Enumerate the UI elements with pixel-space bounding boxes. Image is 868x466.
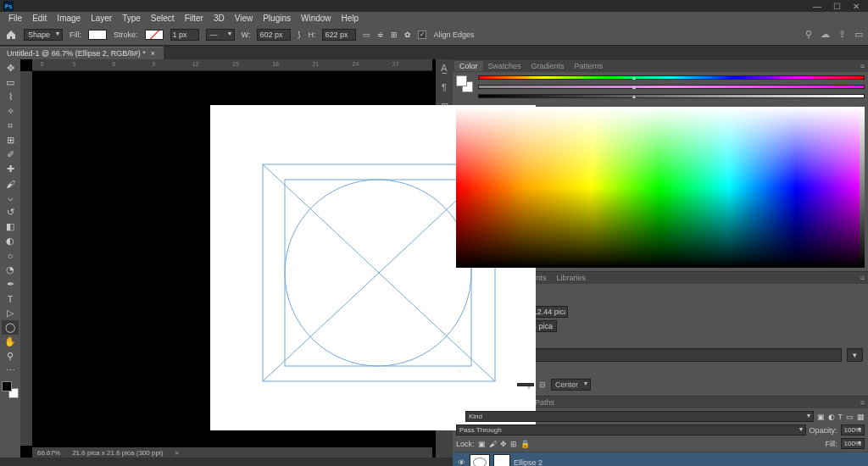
tab-libraries[interactable]: Libraries bbox=[552, 273, 592, 283]
tool-mode-dropdown[interactable]: Shape bbox=[24, 29, 63, 41]
status-zoom[interactable]: 66.67% bbox=[37, 449, 60, 457]
tool-brush[interactable]: 🖌 bbox=[2, 176, 19, 191]
tool-dodge[interactable]: ◔ bbox=[2, 263, 19, 277]
tab-swatches[interactable]: Swatches bbox=[483, 61, 526, 71]
stroke-align-dropdown[interactable]: Center bbox=[551, 379, 591, 391]
filter-pixel-icon[interactable]: ▣ bbox=[817, 413, 825, 421]
canvas[interactable] bbox=[32, 71, 436, 447]
menu-filter[interactable]: Filter bbox=[180, 13, 209, 24]
tool-eraser[interactable]: ◧ bbox=[2, 219, 19, 234]
align-icon[interactable]: ≑ bbox=[377, 31, 384, 39]
menu-help[interactable]: Help bbox=[337, 13, 364, 24]
maximize-button[interactable]: ☐ bbox=[833, 2, 841, 11]
menu-type[interactable]: Type bbox=[117, 13, 146, 24]
opacity-input[interactable]: 100% bbox=[841, 424, 865, 435]
lock-artboard-icon[interactable]: ⊞ bbox=[510, 440, 517, 448]
tool-frame[interactable]: ⊞ bbox=[2, 133, 19, 147]
tool-eyedropper[interactable]: ✐ bbox=[2, 147, 19, 162]
menu-3d[interactable]: 3D bbox=[209, 13, 230, 24]
hue-slider-1[interactable] bbox=[478, 75, 865, 80]
filter-smart-icon[interactable]: ▦ bbox=[857, 413, 865, 421]
stroke-width-input[interactable] bbox=[170, 29, 199, 41]
layer-filter-dropdown[interactable]: Kind bbox=[465, 411, 814, 422]
color-fgbg-swatch[interactable] bbox=[456, 75, 473, 92]
close-icon[interactable]: × bbox=[151, 49, 155, 58]
menu-select[interactable]: Select bbox=[146, 13, 180, 24]
align-edges-checkbox[interactable]: ✓ bbox=[418, 31, 426, 39]
color-field[interactable] bbox=[456, 107, 865, 268]
menu-view[interactable]: View bbox=[230, 13, 259, 24]
tool-history-brush[interactable]: ↺ bbox=[2, 205, 19, 219]
tab-color[interactable]: Color bbox=[454, 61, 483, 71]
hue-slider-3[interactable] bbox=[478, 94, 865, 98]
tool-lasso[interactable]: ⌇ bbox=[2, 90, 19, 104]
width-input[interactable] bbox=[257, 29, 291, 41]
eye-icon[interactable]: 👁 bbox=[456, 458, 466, 466]
ruler-vertical[interactable] bbox=[20, 71, 32, 446]
tool-shape[interactable]: ◯ bbox=[2, 320, 19, 335]
layer-item[interactable]: 👁 Ellipse 2 bbox=[453, 452, 868, 466]
menu-layer[interactable]: Layer bbox=[86, 13, 117, 24]
height-input[interactable] bbox=[322, 29, 356, 41]
tool-blur[interactable]: ○ bbox=[2, 248, 19, 263]
stroke-width-dropdown[interactable] bbox=[517, 383, 534, 386]
cloud-icon[interactable]: ☁ bbox=[821, 29, 830, 40]
layer-mask-thumb[interactable] bbox=[493, 454, 510, 466]
fg-bg-color[interactable] bbox=[2, 381, 19, 398]
menu-window[interactable]: Window bbox=[296, 13, 337, 24]
panel-menu-icon[interactable]: ≡ bbox=[855, 397, 868, 408]
menu-edit[interactable]: Edit bbox=[27, 13, 52, 24]
tool-wand[interactable]: ✧ bbox=[2, 104, 19, 119]
stock-dropdown-icon[interactable]: ▾ bbox=[847, 348, 863, 362]
tool-stamp[interactable]: ⌵ bbox=[2, 191, 19, 205]
status-doc-info[interactable]: 21.6 pica x 21.6 pica (300 ppi) bbox=[72, 449, 163, 457]
hue-slider-2[interactable] bbox=[478, 85, 865, 89]
tool-path-select[interactable]: ▷ bbox=[2, 306, 19, 320]
link-wh-icon[interactable]: ⟆ bbox=[298, 31, 301, 39]
lock-all-icon[interactable]: 🔒 bbox=[520, 440, 530, 448]
panel-menu-icon[interactable]: ≡ bbox=[855, 61, 868, 71]
layer-name[interactable]: Ellipse 2 bbox=[514, 458, 542, 466]
gear-icon[interactable]: ✿ bbox=[404, 31, 411, 39]
fill-input[interactable]: 100% bbox=[841, 438, 865, 449]
tab-patterns[interactable]: Patterns bbox=[570, 61, 609, 71]
tool-hand[interactable]: ✋ bbox=[2, 335, 19, 349]
tool-gradient[interactable]: ◐ bbox=[2, 234, 19, 248]
paragraph-panel-icon[interactable]: ¶ bbox=[442, 82, 447, 92]
filter-type-icon[interactable]: T bbox=[838, 413, 843, 421]
tool-pen[interactable]: ✒ bbox=[2, 277, 19, 291]
minimize-button[interactable]: — bbox=[813, 2, 821, 11]
path-ops-icon[interactable]: ▭ bbox=[363, 31, 370, 39]
panel-menu-icon[interactable]: ≡ bbox=[855, 273, 868, 283]
menu-image[interactable]: Image bbox=[52, 13, 86, 24]
lock-position-icon[interactable]: ✥ bbox=[500, 440, 507, 448]
ruler-horizontal[interactable]: 0369121518212427 bbox=[32, 59, 432, 71]
stroke-swatch[interactable] bbox=[145, 30, 164, 40]
search-icon[interactable]: ⚲ bbox=[805, 29, 812, 40]
fill-swatch[interactable] bbox=[88, 30, 107, 40]
stroke-align-icon[interactable]: ⊟ bbox=[539, 380, 546, 389]
filter-adjust-icon[interactable]: ◐ bbox=[828, 413, 835, 421]
lock-transparent-icon[interactable]: ▣ bbox=[478, 440, 486, 448]
tool-edit-toolbar[interactable]: ⋯ bbox=[2, 363, 19, 378]
menu-plugins[interactable]: Plugins bbox=[258, 13, 296, 24]
prop-h-input[interactable] bbox=[531, 306, 568, 318]
lock-image-icon[interactable]: 🖌 bbox=[489, 440, 497, 448]
tool-healing[interactable]: ✚ bbox=[2, 162, 19, 176]
blend-mode-dropdown[interactable]: Pass Through bbox=[456, 424, 806, 435]
close-button[interactable]: ✕ bbox=[853, 2, 860, 11]
arrange-icon[interactable]: ⊞ bbox=[391, 31, 398, 39]
workspace-icon[interactable]: ▭ bbox=[854, 29, 863, 40]
home-icon[interactable] bbox=[5, 29, 17, 41]
tool-crop[interactable]: ⌗ bbox=[2, 119, 19, 133]
layer-thumb[interactable] bbox=[470, 454, 490, 466]
stroke-style-dropdown[interactable]: — bbox=[206, 29, 235, 41]
tool-type[interactable]: T bbox=[2, 291, 19, 306]
tab-gradients[interactable]: Gradients bbox=[526, 61, 570, 71]
tool-zoom[interactable]: ⚲ bbox=[2, 349, 19, 363]
filter-shape-icon[interactable]: ▭ bbox=[846, 413, 854, 421]
tool-move[interactable]: ✥ bbox=[2, 61, 19, 75]
tool-marquee[interactable]: ▭ bbox=[2, 75, 19, 90]
menu-file[interactable]: File bbox=[3, 13, 27, 24]
document-tab[interactable]: Untitled-1 @ 66.7% (Ellipse 2, RGB/8#) *… bbox=[0, 47, 164, 59]
